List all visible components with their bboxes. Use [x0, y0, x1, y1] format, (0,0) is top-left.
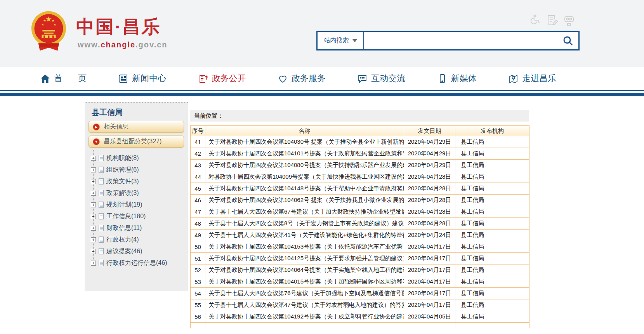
table-header-row: 序号 名称 发文日期 发布机构 [191, 126, 529, 136]
svg-text:★: ★ [52, 19, 55, 23]
tree-item-label: 行政权力(4) [106, 236, 139, 244]
national-emblem-icon: ★ ★ ★ ★ [30, 9, 67, 54]
search-input[interactable] [364, 32, 557, 49]
row-number: 53 [191, 276, 205, 288]
edit-icon[interactable] [546, 14, 558, 26]
search-button[interactable] [557, 32, 578, 49]
row-title-link[interactable]: 关于县十七届人大四次会议第41号（关于建设智能化+绿色化+集群化的铸造行... [205, 230, 404, 241]
search-category-dropdown[interactable]: 站内搜索 [318, 32, 364, 49]
row-number: 45 [191, 183, 205, 195]
table-row: 44 对县政协十届四次会议第104009号提案（关于加快推进我县工业园区建设的建… [191, 171, 529, 183]
expand-plus-icon[interactable]: + [91, 156, 96, 161]
document-table: 序号 名称 发文日期 发布机构 41 关于对县政协十届四次会议第104030号 … [190, 125, 529, 328]
col-header-org: 发布机构 [455, 126, 529, 136]
svg-text:★: ★ [42, 23, 44, 26]
sidebar: 县工信局 ▶ 相关信息 ▼ 昌乐县组配分类(327) + 机构职能(8) + 组… [85, 102, 188, 291]
related-info-button[interactable]: ▶ 相关信息 [89, 121, 184, 133]
row-org: 县工信局 [455, 311, 529, 323]
row-date: 2020年04月28日 [404, 183, 455, 195]
tree-item[interactable]: + 政策解读(3) [91, 187, 188, 199]
table-row: 47 关于县十七届人大四次会议第67号建议（关于加大财政扶持推动企业转型发展的.… [191, 206, 529, 218]
nav-item-news[interactable]: 新闻中心 [118, 73, 166, 84]
document-icon [99, 213, 104, 219]
nav-item-new-media[interactable]: 新媒体 [437, 73, 477, 84]
expand-plus-icon[interactable]: + [91, 202, 96, 207]
robot-icon[interactable] [563, 14, 575, 26]
accessibility-icon[interactable] [529, 14, 541, 26]
row-title-link[interactable]: 关于县十七届人大四次会议第47号建议（关于对农村弱电入地的建议）的答复 [205, 299, 404, 311]
tree-item[interactable]: + 规划计划(19) [91, 199, 188, 210]
document-icon [99, 202, 104, 208]
col-header-no: 序号 [191, 126, 205, 136]
row-title-link[interactable]: 关于对县政协十届四次会议第104015号提案（关于加强颐轩国际小区周边移动信..… [205, 276, 404, 288]
row-title-link[interactable]: 关于对县政协十届四次会议第104062号 提案（关于扶持我县小微企业发展的建..… [205, 195, 404, 206]
row-title-link[interactable]: 对县政协十届四次会议第104009号提案（关于加快推进我县工业园区建设的建议..… [205, 171, 404, 183]
table-row: 45 关于对县政协十届四次会议第104148号提案（关于帮助中小企业申请政府奖励… [191, 183, 529, 195]
svg-text:★: ★ [43, 19, 46, 23]
tree-item-label: 机构职能(8) [106, 154, 139, 162]
down-circle-icon: ▼ [93, 138, 100, 145]
row-title-link[interactable]: 关于对县政协十届四次会议第104192号提案（关于成立塑料管行业协会的建议的..… [205, 311, 404, 323]
table-row: 52 关于对县政协十届四次会议第104064号提案（关于实施架空线入地工程的建议… [191, 264, 529, 276]
tree-item[interactable]: + 行政权力(4) [91, 234, 188, 245]
expand-plus-icon[interactable]: + [91, 226, 96, 231]
row-org: 县工信局 [455, 136, 529, 148]
row-title-link[interactable]: 关于对县政协十届四次会议第104080号提案（关于扶持鄌郚乐器产业发展的建议..… [205, 160, 404, 171]
row-title-link[interactable]: 关于县十七届人大四次会议第76号建议（关于加强地下空间及电梯通信信号覆盖... [205, 288, 404, 299]
tree-item[interactable]: + 行政权力运行信息(46) [91, 257, 188, 269]
expand-plus-icon[interactable]: + [91, 249, 96, 254]
expand-plus-icon[interactable]: + [91, 214, 96, 219]
category-group-button[interactable]: ▼ 昌乐县组配分类(327) [89, 136, 184, 148]
row-title-link[interactable]: 关于对县政协十届四次会议第104101号提案（关于政府加强民营企业政策和管理..… [205, 148, 404, 160]
row-title-link[interactable]: 关于对县政协十届四次会议第104148号提案（关于帮助中小企业申请政府奖励补..… [205, 183, 404, 195]
row-number: 49 [191, 230, 205, 241]
tree-item[interactable]: + 组织管理(6) [91, 164, 188, 176]
row-title-link[interactable]: 关于县十七届人大四次会议第67号建议（关于加大财政扶持推动企业转型发展的... [205, 206, 404, 218]
tree-item-label: 组织管理(6) [106, 166, 139, 174]
tree-item[interactable]: + 政策文件(3) [91, 176, 188, 187]
expand-plus-icon[interactable]: + [91, 237, 96, 242]
row-number: 46 [191, 195, 205, 206]
row-org: 县工信局 [455, 183, 529, 195]
table-row: 51 关于对县政协十届四次会议第104125号提案（关于要求加强井盖管理的建议）… [191, 253, 529, 264]
row-title-link[interactable]: 关于对县政协十届四次会议第104064号提案（关于实施架空线入地工程的建议）..… [205, 264, 404, 276]
home-icon [40, 73, 50, 84]
chevron-down-icon [352, 39, 357, 42]
row-title-link[interactable]: 关于对县政协十届四次会议第104125号提案（关于要求加强井盖管理的建议）的..… [205, 253, 404, 264]
row-title-link[interactable]: 关于县十七届人大四次会议第8号（关于宏力钢管上市有关政策的建议）建议的答... [205, 218, 404, 230]
row-number: 48 [191, 218, 205, 230]
table-row-partial [191, 323, 529, 328]
row-title-link[interactable]: 关于对县政协十届四次会议第104030号 提案（关于推动全县企业上新创新的提..… [205, 136, 404, 148]
nav-item-about-changle[interactable]: 走进昌乐 [508, 73, 556, 84]
row-number: 54 [191, 288, 205, 299]
tree-item[interactable]: + 财政信息(11) [91, 222, 188, 234]
play-circle-icon: ▶ [93, 124, 100, 130]
row-number: 55 [191, 299, 205, 311]
expand-plus-icon[interactable]: + [91, 191, 96, 196]
expand-plus-icon[interactable]: + [91, 261, 96, 266]
expand-plus-icon[interactable]: + [91, 167, 96, 172]
tree-item[interactable]: + 建议提案(46) [91, 245, 188, 257]
tree-item-label: 工作信息(180) [106, 212, 146, 221]
document-icon [99, 167, 104, 173]
nav-item-gov-services[interactable]: 政务服务 [278, 73, 326, 84]
row-date: 2020年04月28日 [404, 218, 455, 230]
tree-item[interactable]: + 机构职能(8) [91, 152, 188, 164]
row-number: 42 [191, 148, 205, 160]
row-org: 县工信局 [455, 230, 529, 241]
table-row: 43 关于对县政协十届四次会议第104080号提案（关于扶持鄌郚乐器产业发展的建… [191, 160, 529, 171]
row-org: 县工信局 [455, 148, 529, 160]
row-title-link[interactable]: 关于对县政协十届四次会议第104153号提案（关于依托新能源汽车产业优势，推..… [205, 241, 404, 253]
nav-item-interaction[interactable]: 互动交流 [357, 73, 405, 84]
tree-item[interactable]: + 工作信息(180) [91, 210, 188, 222]
site-logo[interactable]: ★ ★ ★ ★ 中国·昌乐 www.changle.gov.cn [30, 9, 178, 55]
expand-plus-icon[interactable]: + [91, 179, 96, 184]
nav-item-gov-disclosure[interactable]: 政务公开 [198, 73, 246, 84]
row-number: 43 [191, 160, 205, 171]
tree-item-label: 政策解读(3) [106, 189, 139, 197]
row-date: 2020年04月28日 [404, 171, 455, 183]
row-date: 2020年04月17日 [404, 299, 455, 311]
search-category-label: 站内搜索 [324, 37, 349, 45]
row-org: 县工信局 [455, 171, 529, 183]
nav-item-home[interactable]: 首页 [40, 73, 87, 84]
